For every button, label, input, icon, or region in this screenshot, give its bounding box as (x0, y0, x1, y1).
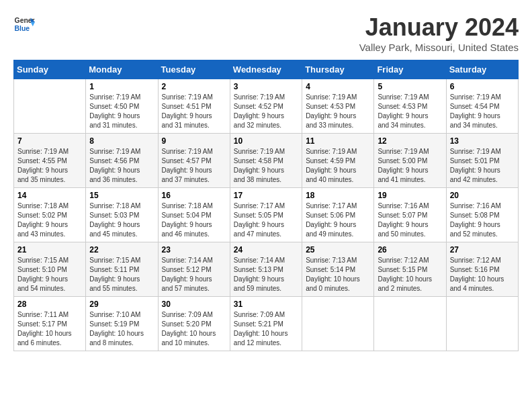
day-info: Sunrise: 7:19 AM Sunset: 4:57 PM Dayligh… (162, 147, 226, 185)
day-info: Sunrise: 7:16 AM Sunset: 5:08 PM Dayligh… (450, 201, 515, 239)
day-info: Sunrise: 7:09 AM Sunset: 5:21 PM Dayligh… (234, 310, 298, 348)
day-number: 8 (89, 136, 154, 146)
calendar-cell: 17Sunrise: 7:17 AM Sunset: 5:05 PM Dayli… (230, 188, 302, 242)
calendar-week-4: 21Sunrise: 7:15 AM Sunset: 5:10 PM Dayli… (14, 242, 519, 297)
day-info: Sunrise: 7:14 AM Sunset: 5:12 PM Dayligh… (162, 256, 226, 293)
day-info: Sunrise: 7:19 AM Sunset: 5:00 PM Dayligh… (378, 147, 442, 185)
day-number: 16 (162, 191, 226, 200)
day-info: Sunrise: 7:11 AM Sunset: 5:17 PM Dayligh… (17, 310, 82, 348)
day-number: 28 (17, 300, 82, 309)
logo-icon: General Blue (13, 13, 35, 35)
calendar-cell: 16Sunrise: 7:18 AM Sunset: 5:04 PM Dayli… (158, 188, 230, 242)
weekday-header-wednesday: Wednesday (230, 60, 302, 79)
day-number: 10 (234, 136, 298, 146)
day-number: 6 (450, 82, 515, 91)
weekday-header-tuesday: Tuesday (158, 60, 230, 79)
day-number: 17 (234, 191, 298, 200)
day-number: 4 (306, 82, 370, 91)
calendar-cell (374, 297, 446, 351)
calendar-cell: 7Sunrise: 7:19 AM Sunset: 4:55 PM Daylig… (14, 134, 86, 188)
calendar-body: 1Sunrise: 7:19 AM Sunset: 4:50 PM Daylig… (14, 79, 519, 351)
calendar-cell: 4Sunrise: 7:19 AM Sunset: 4:53 PM Daylig… (302, 79, 374, 134)
calendar-cell: 10Sunrise: 7:19 AM Sunset: 4:58 PM Dayli… (230, 134, 302, 188)
day-info: Sunrise: 7:19 AM Sunset: 4:52 PM Dayligh… (234, 93, 298, 130)
logo: General Blue (13, 13, 35, 35)
day-info: Sunrise: 7:12 AM Sunset: 5:16 PM Dayligh… (450, 256, 515, 293)
day-info: Sunrise: 7:12 AM Sunset: 5:15 PM Dayligh… (378, 256, 442, 293)
calendar-cell: 28Sunrise: 7:11 AM Sunset: 5:17 PM Dayli… (14, 297, 86, 351)
title-area: January 2024 Valley Park, Missouri, Unit… (359, 13, 519, 53)
calendar-cell: 3Sunrise: 7:19 AM Sunset: 4:52 PM Daylig… (230, 79, 302, 134)
calendar-cell: 12Sunrise: 7:19 AM Sunset: 5:00 PM Dayli… (374, 134, 446, 188)
day-number: 19 (378, 191, 442, 200)
day-number: 15 (89, 191, 154, 200)
calendar-cell: 5Sunrise: 7:19 AM Sunset: 4:53 PM Daylig… (374, 79, 446, 134)
day-info: Sunrise: 7:17 AM Sunset: 5:06 PM Dayligh… (306, 201, 370, 239)
day-number: 26 (378, 245, 442, 255)
day-info: Sunrise: 7:19 AM Sunset: 4:56 PM Dayligh… (89, 147, 154, 185)
calendar-cell: 23Sunrise: 7:14 AM Sunset: 5:12 PM Dayli… (158, 242, 230, 297)
calendar-cell (14, 79, 86, 134)
calendar-cell: 14Sunrise: 7:18 AM Sunset: 5:02 PM Dayli… (14, 188, 86, 242)
day-number: 18 (306, 191, 370, 200)
day-info: Sunrise: 7:19 AM Sunset: 4:50 PM Dayligh… (89, 93, 154, 130)
weekday-header-monday: Monday (86, 60, 158, 79)
calendar-cell: 31Sunrise: 7:09 AM Sunset: 5:21 PM Dayli… (230, 297, 302, 351)
day-info: Sunrise: 7:19 AM Sunset: 4:53 PM Dayligh… (306, 93, 370, 130)
calendar-cell: 18Sunrise: 7:17 AM Sunset: 5:06 PM Dayli… (302, 188, 374, 242)
calendar-week-2: 7Sunrise: 7:19 AM Sunset: 4:55 PM Daylig… (14, 134, 519, 188)
calendar: SundayMondayTuesdayWednesdayThursdayFrid… (13, 60, 519, 351)
calendar-cell: 8Sunrise: 7:19 AM Sunset: 4:56 PM Daylig… (86, 134, 158, 188)
day-info: Sunrise: 7:19 AM Sunset: 4:55 PM Dayligh… (17, 147, 82, 185)
calendar-cell: 22Sunrise: 7:15 AM Sunset: 5:11 PM Dayli… (86, 242, 158, 297)
weekday-header-sunday: Sunday (14, 60, 86, 79)
day-info: Sunrise: 7:18 AM Sunset: 5:04 PM Dayligh… (162, 201, 226, 239)
day-info: Sunrise: 7:19 AM Sunset: 5:01 PM Dayligh… (450, 147, 515, 185)
calendar-cell (446, 297, 518, 351)
day-number: 14 (17, 191, 82, 200)
month-title: January 2024 (359, 13, 519, 42)
day-number: 25 (306, 245, 370, 255)
calendar-cell (302, 297, 374, 351)
day-number: 31 (234, 300, 298, 309)
calendar-cell: 30Sunrise: 7:09 AM Sunset: 5:20 PM Dayli… (158, 297, 230, 351)
day-info: Sunrise: 7:19 AM Sunset: 4:58 PM Dayligh… (234, 147, 298, 185)
calendar-cell: 19Sunrise: 7:16 AM Sunset: 5:07 PM Dayli… (374, 188, 446, 242)
calendar-cell: 9Sunrise: 7:19 AM Sunset: 4:57 PM Daylig… (158, 134, 230, 188)
day-info: Sunrise: 7:10 AM Sunset: 5:19 PM Dayligh… (89, 310, 154, 348)
day-number: 3 (234, 82, 298, 91)
calendar-cell: 15Sunrise: 7:18 AM Sunset: 5:03 PM Dayli… (86, 188, 158, 242)
calendar-cell: 26Sunrise: 7:12 AM Sunset: 5:15 PM Dayli… (374, 242, 446, 297)
calendar-cell: 25Sunrise: 7:13 AM Sunset: 5:14 PM Dayli… (302, 242, 374, 297)
calendar-cell: 24Sunrise: 7:14 AM Sunset: 5:13 PM Dayli… (230, 242, 302, 297)
day-number: 1 (89, 82, 154, 91)
day-number: 20 (450, 191, 515, 200)
day-number: 12 (378, 136, 442, 146)
day-info: Sunrise: 7:19 AM Sunset: 4:53 PM Dayligh… (378, 93, 442, 130)
header: General Blue January 2024 Valley Park, M… (13, 13, 519, 53)
calendar-cell: 27Sunrise: 7:12 AM Sunset: 5:16 PM Dayli… (446, 242, 518, 297)
day-number: 29 (89, 300, 154, 309)
calendar-week-1: 1Sunrise: 7:19 AM Sunset: 4:50 PM Daylig… (14, 79, 519, 134)
weekday-header-saturday: Saturday (446, 60, 518, 79)
day-number: 21 (17, 245, 82, 255)
weekday-header-thursday: Thursday (302, 60, 374, 79)
day-info: Sunrise: 7:18 AM Sunset: 5:03 PM Dayligh… (89, 201, 154, 239)
day-number: 2 (162, 82, 226, 91)
day-number: 11 (306, 136, 370, 146)
calendar-cell: 20Sunrise: 7:16 AM Sunset: 5:08 PM Dayli… (446, 188, 518, 242)
day-info: Sunrise: 7:16 AM Sunset: 5:07 PM Dayligh… (378, 201, 442, 239)
calendar-cell: 29Sunrise: 7:10 AM Sunset: 5:19 PM Dayli… (86, 297, 158, 351)
day-number: 7 (17, 136, 82, 146)
calendar-cell: 6Sunrise: 7:19 AM Sunset: 4:54 PM Daylig… (446, 79, 518, 134)
day-info: Sunrise: 7:19 AM Sunset: 4:54 PM Dayligh… (450, 93, 515, 130)
day-info: Sunrise: 7:15 AM Sunset: 5:11 PM Dayligh… (89, 256, 154, 293)
day-number: 13 (450, 136, 515, 146)
weekday-header-friday: Friday (374, 60, 446, 79)
day-number: 27 (450, 245, 515, 255)
calendar-cell: 21Sunrise: 7:15 AM Sunset: 5:10 PM Dayli… (14, 242, 86, 297)
calendar-cell: 13Sunrise: 7:19 AM Sunset: 5:01 PM Dayli… (446, 134, 518, 188)
day-number: 30 (162, 300, 226, 309)
location-title: Valley Park, Missouri, United States (359, 42, 519, 53)
day-number: 22 (89, 245, 154, 255)
